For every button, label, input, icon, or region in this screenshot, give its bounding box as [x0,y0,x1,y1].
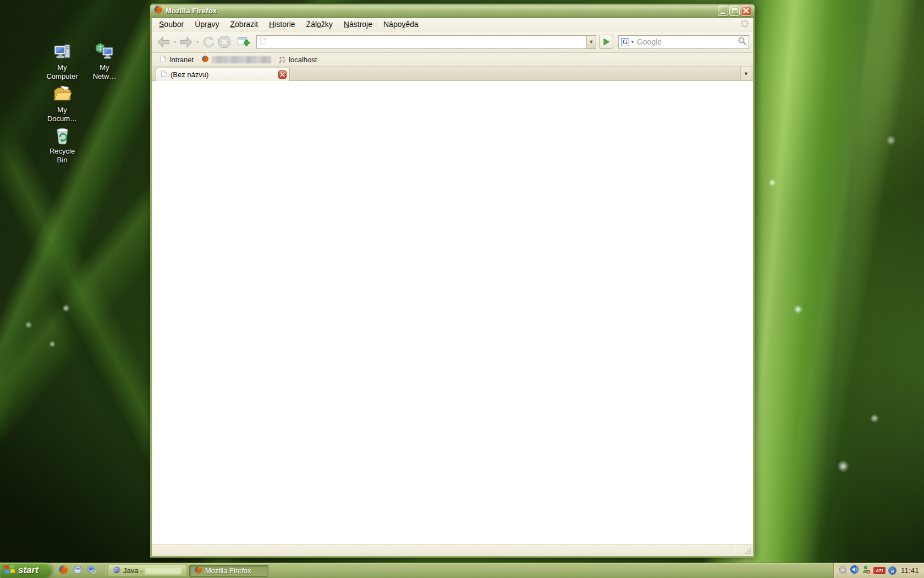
bookmarks-toolbar: Intranet localhost [152,53,753,67]
search-engine-dropdown[interactable]: ▼ [630,40,635,45]
back-button[interactable] [156,33,172,51]
redacted-bookmark-label [212,56,271,63]
tab-list-button[interactable]: ▼ [740,67,751,80]
location-bar[interactable]: ▼ [256,35,596,49]
go-icon [602,37,610,46]
reload-button[interactable] [201,33,216,51]
desktop-icon-label: Netw… [82,72,127,81]
firefox-icon [194,566,202,576]
localhost-favicon [279,56,286,63]
my-network-icon [82,42,127,62]
search-box[interactable]: G ▼ [618,35,749,49]
menu-zalozky[interactable]: Záložky [301,18,338,31]
desktop-screen: My Computer My Netw… My Docum… [0,0,924,578]
task-label: Mozilla Firefox [205,566,251,575]
titlebar[interactable]: Mozilla Firefox [150,3,755,18]
close-button[interactable] [741,6,751,16]
go-button[interactable] [599,35,613,49]
search-input[interactable] [637,36,738,47]
resize-grip[interactable] [744,547,751,554]
back-icon [156,35,171,50]
forward-icon [179,35,194,50]
forward-button[interactable] [178,33,194,51]
app-a-icon[interactable]: a [888,566,897,575]
status-bar [152,544,753,556]
stop-icon [217,35,232,49]
ati-icon[interactable]: ATI [873,567,886,574]
bookmark-label: Intranet [169,56,194,64]
magnifier-icon[interactable] [738,36,747,48]
task-java[interactable]: Java - [108,565,187,577]
taskbar-divider [105,565,106,576]
desktop-icon-label: Bin [40,156,84,165]
my-documents-icon [40,84,84,105]
statusbar-divider [735,546,735,554]
stop-button[interactable] [217,33,232,51]
location-input[interactable] [267,36,586,48]
desktop-icon-recycle-bin[interactable]: Recycle Bin [40,126,84,165]
volume-icon[interactable] [850,565,859,576]
quicklaunch-firefox[interactable] [58,565,68,577]
task-label: Java - [123,566,142,575]
desktop-icon-my-documents[interactable]: My Docum… [40,84,84,123]
desktop-icon-label: Computer [40,72,84,81]
maximize-button[interactable] [729,6,740,16]
redacted-task-label [145,568,182,574]
windows-logo-icon [4,564,15,577]
quicklaunch-show-desktop[interactable] [87,565,97,577]
firefox-window: Mozilla Firefox Soubor Úpravy Zobrazit H… [150,3,755,558]
start-label: start [18,565,38,576]
menu-bar: Soubor Úpravy Zobrazit Historie Záložky … [152,18,753,31]
content-area[interactable] [152,81,753,544]
desktop-icon-label: My [40,63,84,72]
menu-napoveda[interactable]: Nápověda [378,18,424,31]
recycle-bin-icon [40,126,84,146]
desktop-icon-my-network[interactable]: My Netw… [82,42,127,81]
menu-soubor[interactable]: Soubor [153,18,189,31]
bookmark-label: localhost [289,56,317,64]
my-computer-icon [40,42,84,62]
offline-status-icon[interactable] [862,565,871,576]
tab-bez-nazvu[interactable]: (Bez názvu) [156,68,290,81]
reload-icon [201,35,216,49]
navigation-toolbar: ▾ ▾ ▼ G ▼ [152,31,753,53]
start-button[interactable]: start [0,563,52,578]
desktop-icon-label: My [40,106,84,114]
clock[interactable]: 11:41 [901,566,919,575]
close-icon [280,72,285,77]
minimize-icon [721,13,725,14]
page-icon [160,70,167,79]
menu-upravy[interactable]: Úpravy [189,18,224,31]
desktop-icon-label: Docum… [40,114,84,123]
bookmark-redacted[interactable] [199,54,274,66]
bookmark-intranet[interactable]: Intranet [157,54,196,66]
menu-historie[interactable]: Historie [263,18,300,31]
desktop-icon-label: Recycle [40,147,84,156]
page-icon [160,55,167,64]
location-dropdown-button[interactable]: ▼ [586,36,596,48]
new-tab-icon [237,35,252,49]
tab-close-button[interactable] [278,70,287,79]
firefox-icon [153,5,163,17]
menu-zobrazit[interactable]: Zobrazit [225,18,264,31]
utility-icon[interactable] [838,565,847,576]
desktop-icon-label: My [82,63,127,72]
task-firefox[interactable]: Mozilla Firefox [189,565,268,577]
tab-bar: (Bez názvu) ▼ [152,67,753,81]
new-tab-button[interactable] [236,33,252,51]
desktop-icon-my-computer[interactable]: My Computer [40,42,84,81]
back-dropdown[interactable]: ▾ [172,33,178,51]
minimize-button[interactable] [718,6,728,16]
window-title: Mozilla Firefox [166,7,217,15]
forward-dropdown[interactable]: ▾ [195,33,200,51]
java-icon [113,566,120,575]
maximize-icon [732,8,738,13]
menu-nastroje[interactable]: Nástroje [338,18,378,31]
close-icon [743,8,749,14]
bookmark-localhost[interactable]: localhost [276,54,320,65]
taskbar: start Java - Mozilla Firefox [0,563,924,578]
system-tray: ATI a 11:41 [833,563,924,578]
quicklaunch-documents[interactable] [73,565,82,577]
page-icon [259,36,267,47]
quick-launch [52,565,102,577]
